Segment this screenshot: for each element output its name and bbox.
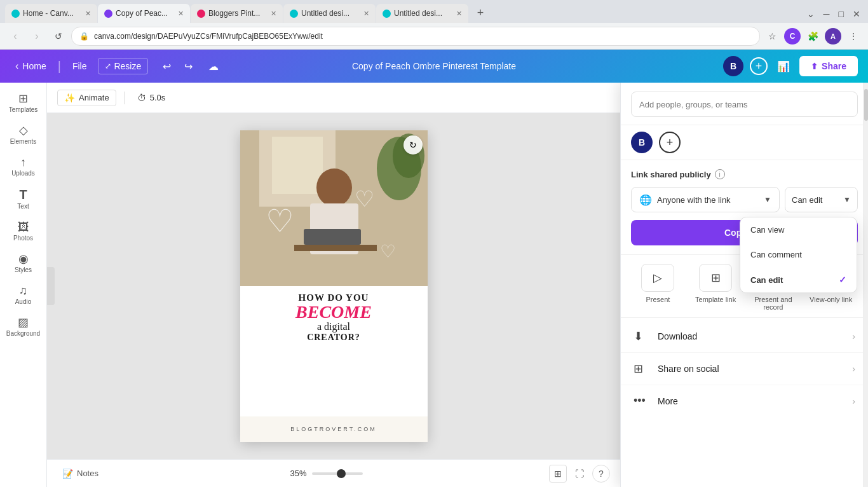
new-tab-button[interactable]: +	[471, 4, 489, 22]
design-photo-svg: ♡ ♡ ♡	[240, 130, 428, 286]
tab-close-3[interactable]: ✕	[271, 10, 276, 18]
sidebar-item-text[interactable]: T Text	[3, 183, 44, 215]
invite-row: B +	[621, 125, 868, 160]
help-button[interactable]: ?	[592, 465, 610, 483]
design-text-area: HOW DO YOU BECOME a digital CREATOR?	[240, 286, 428, 346]
link-label: Link shared publicly	[631, 170, 711, 179]
perm-selected-text: Can edit	[792, 195, 822, 205]
resize-icon: ⤢	[105, 62, 111, 71]
sidebar-item-uploads[interactable]: ↑ Uploads	[3, 151, 44, 182]
topbar-right-group: B + 📊 ⬆ Share	[723, 56, 858, 76]
extensions-icon[interactable]: 🧩	[804, 28, 821, 45]
info-icon[interactable]: i	[715, 169, 725, 179]
download-row[interactable]: ⬇ Download ›	[621, 320, 868, 353]
svg-text:♡: ♡	[355, 186, 374, 211]
notes-icon: 📝	[62, 469, 73, 479]
more-arrow-icon: ›	[852, 396, 855, 406]
maximize-button[interactable]: □	[836, 6, 846, 22]
animate-button[interactable]: ✨ Animate	[57, 90, 116, 106]
download-label: Download	[658, 331, 852, 341]
panel-scrollbar[interactable]	[863, 83, 868, 487]
tab-4[interactable]: Untitled desi... ✕	[283, 4, 376, 23]
svg-rect-2	[272, 137, 323, 194]
design-become-text: BECOME	[250, 303, 417, 321]
perm-option-can-edit[interactable]: Can edit ✓	[740, 267, 857, 292]
share-social-icon: ⊞	[634, 362, 651, 376]
people-input[interactable]	[631, 92, 858, 117]
timing-button[interactable]: ⏱ 5.0s	[132, 90, 171, 106]
text-icon: T	[19, 188, 27, 201]
more-label: More	[658, 396, 852, 406]
present-label: Present	[646, 296, 670, 303]
user-avatar-topbar[interactable]: B	[723, 56, 743, 76]
photos-icon: 🖼	[18, 221, 29, 233]
topbar-add-collaborator-button[interactable]: +	[750, 57, 768, 75]
cloud-save-button[interactable]: ☁	[204, 57, 223, 76]
design-digital-text: a digital	[250, 321, 417, 333]
sidebar-item-templates[interactable]: ⊞ Templates	[3, 88, 44, 118]
more-icon: •••	[634, 394, 651, 408]
back-button[interactable]: ‹	[6, 27, 24, 45]
perm-option-can-comment[interactable]: Can comment	[740, 242, 857, 267]
fullscreen-button[interactable]: ⛶	[571, 465, 588, 483]
undo-button[interactable]: ↩	[157, 57, 176, 76]
notes-button[interactable]: 📝 Notes	[57, 466, 104, 481]
canvas-design[interactable]: ♡ ♡ ♡ HOW DO YOU BECOME a digital CREATO…	[240, 130, 428, 442]
sidebar-item-audio[interactable]: ♫ Audio	[3, 280, 44, 310]
settings-icon[interactable]: ⋮	[845, 28, 862, 45]
share-panel: B + Link shared publicly i 🌐 Anyone with…	[620, 83, 868, 487]
zoom-thumb[interactable]	[337, 469, 346, 478]
file-menu-button[interactable]: File	[67, 58, 92, 74]
bookmark-icon[interactable]: ☆	[764, 28, 780, 45]
sidebar-item-elements[interactable]: ◇ Elements	[3, 120, 44, 150]
canva-app: ‹ Home | File ⤢ Resize ↩ ↪ ☁ Copy of Pea…	[0, 50, 868, 487]
perm-option-can-view[interactable]: Can view	[740, 217, 857, 242]
analytics-icon[interactable]: 📊	[774, 57, 793, 76]
sidebar-item-background[interactable]: ▨ Background	[3, 312, 44, 342]
canvas-toolbar: ✨ Animate ⏱ 5.0s	[47, 83, 620, 113]
close-button[interactable]: ✕	[850, 6, 863, 22]
tab-3[interactable]: Bloggers Pint... ✕	[191, 4, 283, 23]
link-who-select[interactable]: 🌐 Anyone with the link ▼	[631, 187, 780, 212]
canvas-left-scroll[interactable]	[47, 267, 55, 305]
sidebar-item-styles[interactable]: ◉ Styles	[3, 248, 44, 278]
tab-5[interactable]: Untitled desi... ✕	[376, 4, 468, 23]
refresh-design-button[interactable]: ↻	[403, 135, 423, 154]
reload-button[interactable]: ↺	[50, 27, 67, 45]
forward-button[interactable]: ›	[28, 27, 46, 45]
canva-extension-icon[interactable]: C	[784, 28, 801, 45]
sidebar-item-photos[interactable]: 🖼 Photos	[3, 216, 44, 247]
grid-view-button[interactable]: ⊞	[549, 465, 567, 483]
tab-favicon-4	[290, 10, 298, 18]
template-link-label: Template link	[695, 296, 736, 303]
action-present[interactable]: ▷ Present	[631, 264, 685, 311]
design-url: BLOGTROVERT.COM	[290, 426, 376, 432]
zoom-slider[interactable]	[312, 472, 363, 475]
action-template-link[interactable]: ⊞ Template link	[689, 264, 743, 311]
tab-close-4[interactable]: ✕	[363, 10, 369, 18]
tab-1[interactable]: Home - Canv... ✕	[5, 4, 97, 23]
background-label: Background	[6, 330, 40, 337]
address-bar[interactable]: 🔒 canva.com/design/DAEPuVyuZCs/FMiVrufpC…	[71, 27, 760, 46]
zoom-value: 35%	[290, 469, 306, 478]
redo-button[interactable]: ↪	[179, 57, 198, 76]
share-social-row[interactable]: ⊞ Share on social ›	[621, 353, 868, 385]
minimize-button[interactable]: ─	[821, 6, 832, 22]
resize-button[interactable]: ⤢ Resize	[98, 58, 148, 74]
tab-list-icon[interactable]: ⌄	[804, 6, 817, 22]
tab-close-2[interactable]: ✕	[178, 10, 184, 18]
tab-favicon-3	[197, 10, 205, 18]
profile-avatar[interactable]: A	[825, 28, 841, 45]
scrollbar-thumb[interactable]	[864, 89, 868, 121]
globe-icon: 🌐	[639, 194, 652, 206]
add-collaborator-button[interactable]: +	[659, 132, 681, 153]
tab-close-1[interactable]: ✕	[85, 10, 91, 18]
tab-title-2: Copy of Peac...	[116, 9, 175, 18]
home-button[interactable]: ‹ Home	[10, 58, 51, 74]
tab-close-5[interactable]: ✕	[456, 10, 462, 18]
tab-2[interactable]: Copy of Peac... ✕	[98, 4, 190, 23]
more-row[interactable]: ••• More ›	[621, 385, 868, 416]
link-perm-select[interactable]: Can edit ▼ Can view Can comment Can ed	[785, 187, 858, 212]
share-button[interactable]: ⬆ Share	[799, 56, 858, 76]
tab-menu[interactable]: ⌄ ─ □ ✕	[804, 6, 863, 22]
